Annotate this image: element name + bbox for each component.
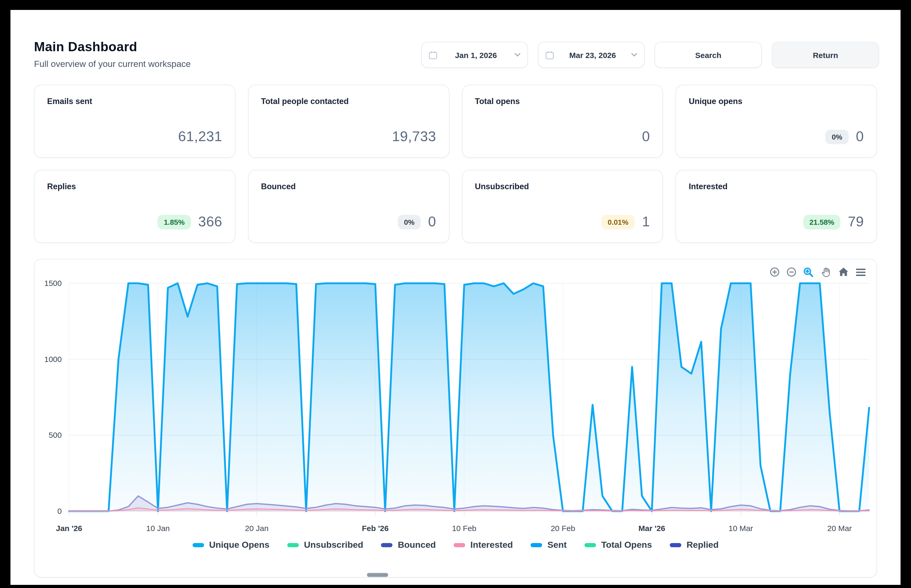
- svg-text:20 Mar: 20 Mar: [827, 524, 852, 533]
- stat-label: Emails sent: [47, 97, 92, 106]
- area-chart-plot[interactable]: 050010001500Jan '2610 Jan20 JanFeb '2610…: [34, 269, 877, 538]
- stat-value: 61,231: [178, 129, 222, 145]
- legend-item-unique-opens[interactable]: Unique Opens: [192, 540, 269, 550]
- svg-text:500: 500: [49, 431, 62, 439]
- legend-marker: [585, 543, 596, 547]
- stat-label: Interested: [689, 182, 728, 191]
- legend-item-unsubscribed[interactable]: Unsubscribed: [287, 540, 363, 550]
- svg-text:Mar '26: Mar '26: [639, 524, 665, 533]
- stat-badge: 1.85%: [157, 215, 191, 229]
- svg-text:1000: 1000: [44, 355, 62, 363]
- stat-label: Unsubscribed: [475, 182, 529, 191]
- header-controls: Jan 1, 2026 Mar 23, 2026: [421, 42, 879, 68]
- home-icon[interactable]: [838, 267, 849, 277]
- stat-value: 1: [642, 214, 650, 230]
- chart-legend: Unique Opens Unsubscribed Bounced Intere…: [34, 540, 877, 550]
- legend-item-bounced[interactable]: Bounced: [381, 540, 436, 550]
- return-button[interactable]: Return: [772, 42, 879, 68]
- stat-card-total-opens: Total opens 0: [462, 85, 663, 158]
- svg-text:0: 0: [57, 507, 62, 515]
- stat-card-emails-sent: Emails sent 61,231: [34, 85, 235, 158]
- date-to-value: Mar 23, 2026: [554, 50, 631, 59]
- stat-card-interested: Interested 21.58% 79: [676, 170, 877, 243]
- stat-value: 366: [198, 214, 222, 230]
- svg-text:Feb '26: Feb '26: [362, 524, 389, 533]
- stat-badge: 21.58%: [803, 215, 841, 229]
- legend-marker: [381, 543, 392, 547]
- page-header: Main Dashboard Full overview of your cur…: [34, 39, 191, 69]
- horizontal-scrollbar-thumb[interactable]: [367, 573, 388, 577]
- chart-toolbar: [770, 267, 866, 278]
- chevron-down-icon: [631, 53, 637, 57]
- svg-text:10 Mar: 10 Mar: [729, 524, 753, 533]
- date-to-picker[interactable]: Mar 23, 2026: [538, 42, 645, 68]
- legend-item-replied[interactable]: Replied: [670, 540, 719, 550]
- svg-text:10 Jan: 10 Jan: [146, 524, 170, 533]
- chevron-down-icon: [514, 53, 520, 57]
- pan-icon[interactable]: [820, 267, 832, 278]
- stat-label: Total opens: [475, 97, 520, 106]
- stat-card-unique-opens: Unique opens 0% 0: [676, 85, 877, 158]
- legend-marker: [670, 543, 681, 547]
- date-from-picker[interactable]: Jan 1, 2026: [421, 42, 528, 68]
- stat-badge: 0%: [398, 215, 421, 229]
- stats-grid: Emails sent 61,231 Total people contacte…: [34, 85, 877, 243]
- stat-label: Bounced: [261, 182, 296, 191]
- legend-marker: [287, 543, 299, 547]
- search-button[interactable]: Search: [655, 42, 762, 68]
- legend-marker: [192, 543, 204, 547]
- stat-card-bounced: Bounced 0% 0: [248, 170, 449, 243]
- stat-value: 0: [642, 129, 650, 145]
- page-subtitle: Full overview of your current workspace: [34, 59, 191, 69]
- stat-value: 0: [856, 129, 864, 145]
- stat-label: Unique opens: [689, 97, 742, 106]
- page-title: Main Dashboard: [34, 39, 191, 54]
- date-from-value: Jan 1, 2026: [438, 50, 514, 59]
- stat-card-total-people-contacted: Total people contacted 19,733: [248, 85, 449, 158]
- zoom-in-icon[interactable]: [770, 267, 780, 277]
- zoom-out-icon[interactable]: [786, 267, 796, 277]
- chart-card: 050010001500Jan '2610 Jan20 JanFeb '2610…: [34, 259, 877, 578]
- app-canvas: Main Dashboard Full overview of your cur…: [10, 10, 901, 585]
- menu-icon[interactable]: [856, 268, 866, 276]
- svg-text:10 Feb: 10 Feb: [452, 524, 476, 533]
- stat-card-unsubscribed: Unsubscribed 0.01% 1: [462, 170, 663, 243]
- legend-item-sent[interactable]: Sent: [530, 540, 567, 550]
- svg-text:Jan '26: Jan '26: [56, 524, 83, 533]
- stat-value: 0: [428, 214, 436, 230]
- stat-badge: 0.01%: [601, 215, 634, 229]
- stat-badge: 0%: [825, 129, 848, 144]
- legend-marker: [454, 543, 465, 547]
- calendar-icon: [428, 50, 438, 59]
- stat-value: 79: [848, 214, 864, 230]
- stat-card-replies: Replies 1.85% 366: [34, 170, 235, 243]
- svg-text:20 Feb: 20 Feb: [551, 524, 575, 533]
- selection-zoom-icon[interactable]: [803, 267, 814, 277]
- legend-marker: [530, 543, 542, 547]
- stat-label: Total people contacted: [261, 97, 349, 106]
- page: Main Dashboard Full overview of your cur…: [0, 0, 911, 588]
- svg-text:1500: 1500: [44, 279, 62, 288]
- stat-value: 19,733: [392, 129, 436, 145]
- legend-item-total-opens[interactable]: Total Opens: [585, 540, 652, 550]
- calendar-icon: [545, 50, 554, 59]
- svg-text:20 Jan: 20 Jan: [245, 524, 268, 533]
- stat-label: Replies: [47, 182, 76, 191]
- legend-item-interested[interactable]: Interested: [454, 540, 513, 550]
